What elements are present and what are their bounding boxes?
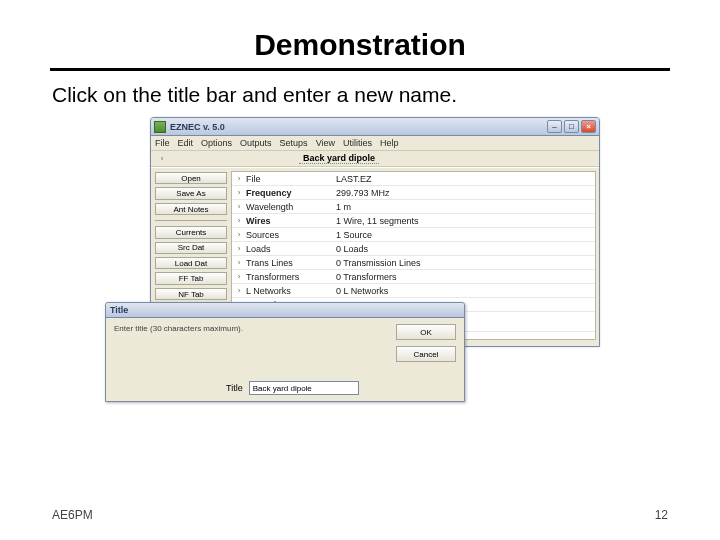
title-rule [50,68,670,71]
load-dat-button[interactable]: Load Dat [155,257,227,269]
property-row[interactable]: ›L Networks0 L Networks [232,284,595,298]
chart-title-field[interactable]: Back yard dipole [299,153,379,164]
property-value: 1 Wire, 11 segments [336,216,595,226]
property-value: 0 L Networks [336,286,595,296]
property-row[interactable]: ›Sources1 Source [232,228,595,242]
property-value: 1 Source [336,230,595,240]
property-value: LAST.EZ [336,174,595,184]
menu-options[interactable]: Options [201,138,232,148]
chevron-right-icon: › [155,154,169,163]
property-row[interactable]: ›Frequency299.793 MHz [232,186,595,200]
property-value: 0 Transformers [336,272,595,282]
screenshot-area: EZNEC v. 5.0 – □ × File Edit Options Out… [150,117,600,397]
property-label: Wavelength [246,202,336,212]
property-value: 1 m [336,202,595,212]
footer-left: AE6PM [52,508,93,522]
open-button[interactable]: Open [155,172,227,184]
property-value: 299.793 MHz [336,188,595,198]
close-button[interactable]: × [581,120,596,133]
property-value: 0 Loads [336,244,595,254]
property-label: Loads [246,244,336,254]
chevron-right-icon: › [232,174,246,183]
src-dat-button[interactable]: Src Dat [155,242,227,254]
menu-edit[interactable]: Edit [178,138,194,148]
currents-button[interactable]: Currents [155,226,227,238]
chevron-right-icon: › [232,216,246,225]
footer-page-number: 12 [655,508,668,522]
menu-bar: File Edit Options Outputs Setups View Ut… [151,136,599,151]
chevron-right-icon: › [232,202,246,211]
save-as-button[interactable]: Save As [155,187,227,199]
dialog-titlebar[interactable]: Title [106,303,464,318]
title-input[interactable] [249,381,359,395]
slide-title: Demonstration [40,28,680,62]
app-icon [154,121,166,133]
property-label: L Networks [246,286,336,296]
maximize-button[interactable]: □ [564,120,579,133]
minimize-button[interactable]: – [547,120,562,133]
ff-tab-button[interactable]: FF Tab [155,272,227,284]
property-label: Frequency [246,188,336,198]
property-row[interactable]: ›Wires1 Wire, 11 segments [232,214,595,228]
window-title: EZNEC v. 5.0 [170,122,547,132]
title-dialog: Title Enter title (30 characters maximum… [105,302,465,402]
menu-help[interactable]: Help [380,138,399,148]
chevron-right-icon: › [232,258,246,267]
property-value: 0 Transmission Lines [336,258,595,268]
nf-tab-button[interactable]: NF Tab [155,288,227,300]
property-row[interactable]: ›Trans Lines0 Transmission Lines [232,256,595,270]
chart-title-bar[interactable]: › Back yard dipole [151,151,599,167]
property-label: Transformers [246,272,336,282]
property-row[interactable]: ›Transformers0 Transformers [232,270,595,284]
menu-utilities[interactable]: Utilities [343,138,372,148]
ant-notes-button[interactable]: Ant Notes [155,203,227,215]
property-label: File [246,174,336,184]
property-row[interactable]: ›Wavelength1 m [232,200,595,214]
menu-outputs[interactable]: Outputs [240,138,272,148]
property-label: Sources [246,230,336,240]
sidebar-divider [155,220,227,221]
property-row[interactable]: ›FileLAST.EZ [232,172,595,186]
chevron-right-icon: › [232,188,246,197]
cancel-button[interactable]: Cancel [396,346,456,362]
menu-view[interactable]: View [316,138,335,148]
chevron-right-icon: › [232,244,246,253]
chevron-right-icon: › [232,272,246,281]
chevron-right-icon: › [232,230,246,239]
property-label: Wires [246,216,336,226]
input-label: Title [226,383,243,393]
property-label: Trans Lines [246,258,336,268]
instruction-text: Click on the title bar and enter a new n… [52,83,680,107]
ok-button[interactable]: OK [396,324,456,340]
chevron-right-icon: › [232,286,246,295]
menu-setups[interactable]: Setups [280,138,308,148]
property-row[interactable]: ›Loads0 Loads [232,242,595,256]
window-titlebar[interactable]: EZNEC v. 5.0 – □ × [151,118,599,136]
menu-file[interactable]: File [155,138,170,148]
